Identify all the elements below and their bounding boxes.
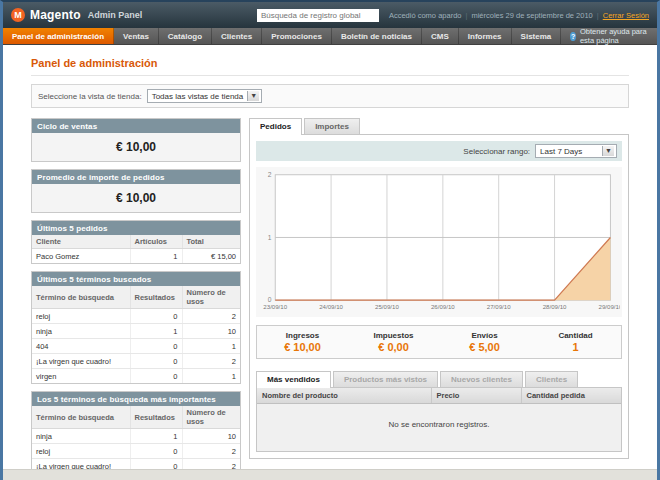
magento-logo-icon: M <box>11 8 25 22</box>
stat-label: Cantidad <box>530 331 621 340</box>
chevron-down-icon: ▼ <box>247 91 259 101</box>
store-view-select[interactable]: Todas las vistas de tienda ▼ <box>147 89 263 103</box>
column-header-total: Total <box>182 235 240 249</box>
cell: 1 <box>182 369 240 384</box>
column-header-resultados: Resultados <box>130 286 182 309</box>
nav-item-catalogo[interactable]: Catálogo <box>159 28 212 44</box>
cell: 0 <box>130 354 182 369</box>
range-label: Seleccionar rango: <box>463 147 530 156</box>
column-header-precio: Precio <box>431 388 521 404</box>
stat-impuestos: Impuestos€ 0,00 <box>348 331 439 353</box>
orders-chart: 01223/09/1024/09/1025/09/1026/09/1027/09… <box>256 167 622 317</box>
box-title: Los 5 términos de búsqueda más important… <box>32 392 240 406</box>
last-orders-table: ClienteArtículosTotalPaco Gomez1€ 15,00 <box>32 235 240 263</box>
svg-text:25/09/10: 25/09/10 <box>375 303 399 310</box>
average-orders-value: € 10,00 <box>32 184 240 212</box>
nav-item-boletin-de-noticias[interactable]: Boletín de noticias <box>332 28 422 44</box>
cell: reloj <box>32 444 130 459</box>
store-view-switcher: Seleccione la vista de tienda: Todas las… <box>31 84 629 108</box>
table-row[interactable]: ninja110 <box>32 429 240 444</box>
column-header-resultados: Resultados <box>130 406 182 429</box>
column-header-articulos: Artículos <box>130 235 182 249</box>
store-view-value: Todas las vistas de tienda <box>152 92 244 101</box>
top-search-terms-box: Los 5 términos de búsqueda más important… <box>31 391 241 480</box>
column-header-cliente: Cliente <box>32 235 130 249</box>
store-view-label: Seleccione la vista de tienda: <box>38 92 142 101</box>
svg-text:28/09/10: 28/09/10 <box>543 303 567 310</box>
column-header-termino-de-busqueda: Término de búsqueda <box>32 406 130 429</box>
nav-items: Panel de administraciónVentasCatálogoCli… <box>3 28 561 44</box>
tab-productos-mas-vistos[interactable]: Productos más vistos <box>333 371 438 387</box>
last-search-terms-table: Término de búsquedaResultadosNúmero de u… <box>32 286 240 383</box>
last-search-terms-box: Últimos 5 términos buscados Término de b… <box>31 271 241 384</box>
nav-item-panel-de-administracion[interactable]: Panel de administración <box>3 28 114 44</box>
tab-mas-vendidos[interactable]: Más vendidos <box>256 371 331 388</box>
nav-item-promociones[interactable]: Promociones <box>262 28 332 44</box>
header-user-info: Accedió como apardo | miércoles 29 de se… <box>389 11 649 20</box>
cell: 2 <box>182 354 240 369</box>
nav-item-sistema[interactable]: Sistema <box>512 28 562 44</box>
svg-text:0: 0 <box>268 296 272 303</box>
tab-nuevos-clientes[interactable]: Nuevos clientes <box>440 371 523 387</box>
svg-text:2: 2 <box>268 171 272 178</box>
cell: Paco Gomez <box>32 249 130 264</box>
range-select[interactable]: Last 7 Days ▼ <box>535 144 617 158</box>
table-row[interactable]: ninja110 <box>32 324 240 339</box>
svg-text:27/09/10: 27/09/10 <box>487 303 511 310</box>
table-row[interactable]: 40401 <box>32 339 240 354</box>
nav-item-informes[interactable]: Informes <box>459 28 512 44</box>
cell: 0 <box>130 339 182 354</box>
products-grid: Nombre del productoPrecioCantidad pedida… <box>256 387 622 452</box>
nav-item-clientes[interactable]: Clientes <box>212 28 262 44</box>
column-header-termino-de-busqueda: Término de búsqueda <box>32 286 130 309</box>
footer-strip <box>3 469 657 480</box>
nav-item-ventas[interactable]: Ventas <box>114 28 159 44</box>
box-title: Ciclo de ventas <box>32 119 240 133</box>
totals-bar: Ingresos€ 10,00Impuestos€ 0,00Envíos€ 5,… <box>256 325 622 359</box>
cell: 0 <box>130 309 182 324</box>
cell: 0 <box>130 369 182 384</box>
magento-logo: M Magento Admin Panel <box>11 8 142 22</box>
table-header-row: Término de búsquedaResultadosNúmero de u… <box>32 406 240 429</box>
stat-value: € 0,00 <box>348 341 439 353</box>
table-row[interactable]: ¡La virgen que cuadro!02 <box>32 354 240 369</box>
separator: | <box>465 11 467 20</box>
column-header-numero-de-usos: Número de usos <box>182 406 240 429</box>
tab-pedidos[interactable]: Pedidos <box>249 118 302 135</box>
table-row[interactable]: virgen01 <box>32 369 240 384</box>
help-icon: ? <box>570 32 576 41</box>
diagram-tabs: PedidosImportes <box>249 118 629 134</box>
cell: ¡La virgen que cuadro! <box>32 354 130 369</box>
table-row[interactable]: reloj02 <box>32 444 240 459</box>
nav-item-cms[interactable]: CMS <box>422 28 459 44</box>
stat-cantidad: Cantidad1 <box>530 331 621 353</box>
stat-value: 1 <box>530 341 621 353</box>
diagram-panel: Seleccionar rango: Last 7 Days ▼ 01223/0… <box>249 134 629 459</box>
chevron-down-icon: ▼ <box>602 146 614 156</box>
svg-text:29/09/10: 29/09/10 <box>599 303 620 310</box>
help-link[interactable]: ? Obtener ayuda para esta página <box>561 28 657 44</box>
cell: € 15,00 <box>182 249 240 264</box>
admin-window: M Magento Admin Panel Accedió como apard… <box>0 0 660 480</box>
products-table-header: Nombre del productoPrecioCantidad pedida <box>257 388 621 404</box>
tab-clientes[interactable]: Clientes <box>525 371 578 387</box>
tab-importes[interactable]: Importes <box>304 118 360 134</box>
column-header-cantidad-pedida: Cantidad pedida <box>521 388 621 404</box>
logo-suffix: Admin Panel <box>88 10 143 20</box>
cell: 1 <box>130 429 182 444</box>
lifetime-sales-value: € 10,00 <box>32 133 240 161</box>
range-value: Last 7 Days <box>540 147 598 156</box>
table-header-row: Término de búsquedaResultadosNúmero de u… <box>32 286 240 309</box>
separator: | <box>597 11 599 20</box>
dashboard-main: PedidosImportes Seleccionar rango: Last … <box>249 118 629 480</box>
svg-text:26/09/10: 26/09/10 <box>431 303 455 310</box>
cell: 2 <box>182 444 240 459</box>
page-content: Panel de administración Seleccione la vi… <box>3 45 657 480</box>
global-search-input[interactable] <box>257 9 379 22</box>
table-row[interactable]: Paco Gomez1€ 15,00 <box>32 249 240 264</box>
lifetime-sales-box: Ciclo de ventas € 10,00 <box>31 118 241 162</box>
logout-link[interactable]: Cerrar Sesión <box>603 11 649 20</box>
cell: ninja <box>32 429 130 444</box>
cell: 2 <box>182 309 240 324</box>
table-row[interactable]: reloj02 <box>32 309 240 324</box>
